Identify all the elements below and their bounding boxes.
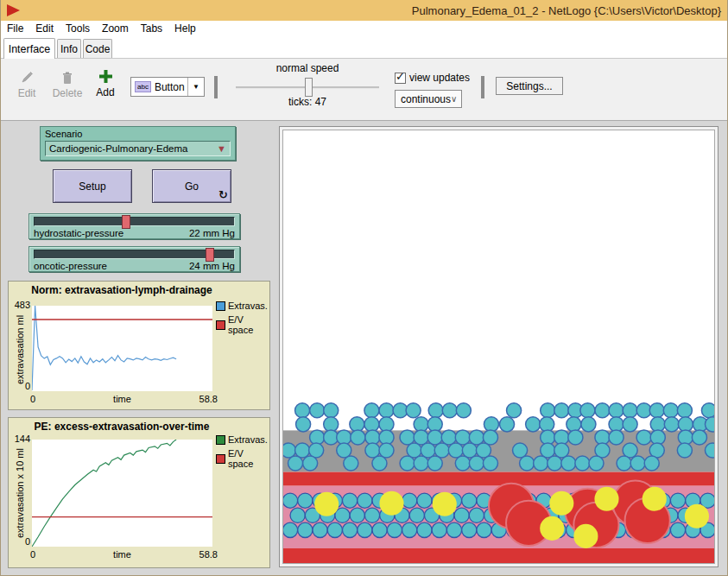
legend-entry: E/V space bbox=[216, 448, 269, 469]
plot-extravasation-lymph-drainage: Norm: extravasation-lymph-drainage 483 0… bbox=[8, 281, 270, 410]
delete-label: Delete bbox=[48, 87, 86, 99]
tab-strip: Interface Info Code bbox=[1, 36, 727, 58]
y-axis-label: extravasation ml bbox=[14, 307, 25, 391]
ticks-counter: ticks: 47 bbox=[236, 96, 379, 108]
edit-label: Edit bbox=[9, 87, 44, 99]
speed-slider[interactable] bbox=[236, 86, 379, 89]
hydrostatic-pressure-slider[interactable]: hydrostatic-pressure 22 mm Hg bbox=[28, 213, 240, 239]
title-bar[interactable]: Pulmonary_Edema_01_2 - NetLogo {C:\Users… bbox=[1, 0, 727, 21]
legend-swatch bbox=[216, 454, 225, 464]
legend-swatch bbox=[216, 301, 225, 311]
plot-canvas bbox=[32, 306, 212, 391]
slider-track[interactable] bbox=[34, 217, 235, 226]
scenario-chooser[interactable]: Scenario Cardiogenic-Pulmonary-Edema ▼ bbox=[40, 126, 236, 161]
dropdown-triangle-icon: ▼ bbox=[217, 143, 226, 154]
legend-entry: Extravas. bbox=[216, 434, 268, 445]
update-mode-dropdown[interactable]: continuous ∨ bbox=[395, 90, 462, 108]
slider-value: 24 mm Hg bbox=[189, 261, 235, 271]
legend-label: Extravas. bbox=[228, 301, 268, 311]
legend-swatch bbox=[216, 435, 225, 445]
legend-label: E/V space bbox=[228, 314, 269, 335]
forever-icon: ↻ bbox=[218, 188, 228, 201]
checkbox-icon[interactable]: ✓ bbox=[395, 73, 406, 84]
view-updates-label: view updates bbox=[409, 72, 470, 84]
world-view-canvas[interactable] bbox=[282, 130, 715, 564]
trash-icon bbox=[61, 71, 73, 85]
widget-type-dropdown[interactable]: abc Button ▼ bbox=[130, 77, 205, 97]
speed-slider-thumb[interactable] bbox=[305, 78, 313, 97]
menu-item-tabs[interactable]: Tabs bbox=[135, 22, 168, 35]
pencil-icon bbox=[20, 71, 34, 85]
plot-excess-extravasation: PE: excess-extravasation-over-time 144 0… bbox=[8, 417, 270, 568]
netlogo-window: Pulmonary_Edema_01_2 - NetLogo {C:\Users… bbox=[0, 0, 728, 576]
plot-title: Norm: extravasation-lymph-drainage bbox=[29, 284, 214, 296]
go-label: Go bbox=[185, 180, 199, 193]
add-label: Add bbox=[90, 86, 121, 98]
update-mode-value: continuous bbox=[401, 93, 451, 105]
chooser-value: Cardiogenic-Pulmonary-Edema bbox=[49, 143, 187, 154]
menu-item-edit[interactable]: Edit bbox=[29, 22, 60, 35]
chooser-value-box[interactable]: Cardiogenic-Pulmonary-Edema ▼ bbox=[45, 141, 231, 156]
plot-title: PE: excess-extravasation-over-time bbox=[29, 421, 214, 433]
x-max-tick: 58.8 bbox=[192, 549, 218, 560]
speed-slider-label: normal speed bbox=[236, 62, 379, 74]
toolbar-separator bbox=[481, 76, 484, 98]
x-axis-label: time bbox=[32, 394, 212, 404]
abc-icon: abc bbox=[135, 81, 151, 92]
slider-thumb[interactable] bbox=[206, 248, 214, 262]
chooser-label: Scenario bbox=[45, 129, 82, 139]
tab-code[interactable]: Code bbox=[83, 39, 112, 59]
interface-toolbar: Edit Delete Add abc Button ▼ normal spee… bbox=[1, 58, 727, 121]
go-button[interactable]: Go ↻ bbox=[152, 169, 231, 203]
settings-button[interactable]: Settings... bbox=[496, 77, 563, 95]
menu-item-tools[interactable]: Tools bbox=[60, 22, 96, 35]
edit-button[interactable]: Edit bbox=[9, 71, 44, 99]
window-title: Pulmonary_Edema_01_2 - NetLogo {C:\Users… bbox=[20, 4, 723, 17]
x-axis-label: time bbox=[32, 549, 212, 560]
add-widget-button[interactable]: Add bbox=[90, 69, 121, 98]
legend-label: E/V space bbox=[228, 448, 269, 469]
legend-entry: E/V space bbox=[216, 314, 269, 335]
tab-info[interactable]: Info bbox=[57, 39, 81, 59]
slider-track[interactable] bbox=[34, 250, 235, 259]
netlogo-logo-icon bbox=[7, 4, 20, 16]
widget-type-value: Button bbox=[155, 81, 185, 93]
menu-item-zoom[interactable]: Zoom bbox=[96, 22, 135, 35]
slider-label: oncotic-pressure bbox=[34, 261, 107, 271]
oncotic-pressure-slider[interactable]: oncotic-pressure 24 mm Hg bbox=[28, 246, 240, 272]
tab-interface[interactable]: Interface bbox=[3, 38, 55, 59]
setup-label: Setup bbox=[79, 180, 105, 193]
legend-label: Extravas. bbox=[228, 434, 268, 445]
legend-entry: Extravas. bbox=[216, 301, 268, 311]
slider-label: hydrostatic-pressure bbox=[34, 228, 123, 238]
plot-canvas bbox=[32, 440, 212, 547]
world-view-frame bbox=[279, 126, 719, 567]
toolbar-separator bbox=[214, 76, 218, 98]
delete-button[interactable]: Delete bbox=[48, 71, 86, 99]
y-axis-label: extravasation x 10 ml bbox=[14, 440, 25, 547]
menu-item-file[interactable]: File bbox=[1, 22, 29, 35]
view-updates-checkbox[interactable]: ✓ view updates bbox=[395, 72, 470, 84]
slider-thumb[interactable] bbox=[122, 215, 130, 229]
menu-bar: File Edit Tools Zoom Tabs Help bbox=[1, 21, 727, 36]
chevron-down-icon: ∨ bbox=[451, 94, 462, 104]
setup-button[interactable]: Setup bbox=[53, 169, 132, 203]
x-max-tick: 58.8 bbox=[192, 394, 218, 404]
slider-value: 22 mm Hg bbox=[189, 228, 235, 238]
check-mark-icon: ✓ bbox=[396, 70, 405, 83]
chevron-down-icon: ▼ bbox=[187, 78, 204, 96]
menu-item-help[interactable]: Help bbox=[168, 22, 202, 35]
legend-swatch bbox=[216, 320, 225, 330]
plus-icon bbox=[98, 69, 113, 84]
